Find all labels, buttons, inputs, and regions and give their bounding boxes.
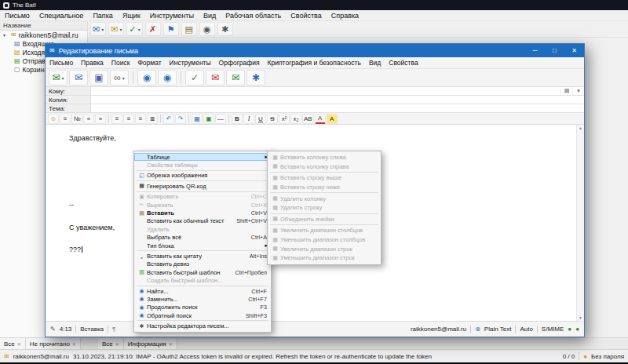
- bullet-list-button[interactable]: ≡: [60, 114, 71, 124]
- delete-button[interactable]: ✗: [145, 22, 161, 36]
- spell-check-button[interactable]: ✓: [185, 70, 204, 86]
- menu-item-paste-as-quote[interactable]: „ Вставить как цитату Alt+Ins: [134, 252, 271, 260]
- maximize-button[interactable]: □: [545, 44, 564, 57]
- menubar-item[interactable]: Вид: [365, 59, 385, 67]
- insert-rule-button[interactable]: —: [215, 114, 226, 124]
- menubar-item[interactable]: Ящик: [118, 12, 145, 20]
- find-next-button[interactable]: ◉: [158, 70, 177, 86]
- send-later-button[interactable]: ✉: [69, 70, 88, 86]
- subject-input[interactable]: [91, 104, 584, 112]
- signing-status-icon: ●: [575, 326, 579, 333]
- scroll-down-icon[interactable]: ▼: [579, 315, 582, 320]
- subscript-button[interactable]: x₂: [290, 114, 301, 124]
- save-button[interactable]: ▣: [89, 70, 108, 86]
- menu-item-crop-image[interactable]: ◱ Обрезка изображения: [134, 172, 271, 180]
- tab[interactable]: Не прочитано: [26, 338, 81, 349]
- menubar-item[interactable]: Письмо: [0, 12, 35, 20]
- outdent-button[interactable]: «: [83, 114, 94, 124]
- underline-button[interactable]: U: [255, 114, 266, 124]
- redo-button[interactable]: ↷: [175, 114, 186, 124]
- privacy-button[interactable]: ✱: [246, 70, 265, 86]
- scroll-up-icon[interactable]: ▲: [579, 126, 582, 130]
- menu-item-generate-qr[interactable]: ▦ Генерировать QR-код: [134, 182, 271, 190]
- cc-input[interactable]: [91, 96, 584, 104]
- create-message-button[interactable]: ✉: [90, 22, 106, 36]
- menubar-item[interactable]: Криптография и безопасность: [264, 59, 365, 67]
- menu-item-editor-settings[interactable]: ✱ Настройка редактора писем...: [134, 322, 271, 329]
- menubar-item[interactable]: Папка: [88, 12, 118, 20]
- tab-close-icon[interactable]: [169, 340, 173, 348]
- menubar-item[interactable]: Рабочая область: [221, 12, 286, 20]
- menubar-item[interactable]: Справка: [327, 12, 363, 20]
- tab[interactable]: Все: [98, 338, 124, 349]
- menu-item-paste-plain[interactable]: Вставить как обычный текст Shift+Ctrl+V: [134, 217, 271, 225]
- menubar-item[interactable]: Свойства: [286, 12, 327, 20]
- insert-image-button[interactable]: ▣: [203, 114, 214, 124]
- address-dropdown-icon[interactable]: ▾: [572, 87, 584, 95]
- charset[interactable]: Auto: [520, 326, 532, 333]
- tab[interactable]: Информация: [124, 338, 177, 349]
- menu-item-block-type[interactable]: Тип блока: [134, 242, 271, 249]
- close-button[interactable]: ✕: [564, 44, 584, 57]
- bold-button[interactable]: B: [232, 114, 243, 124]
- address-book-button[interactable]: ▤: [181, 22, 197, 36]
- flag-button[interactable]: ⚑: [163, 22, 179, 36]
- menubar-item[interactable]: Свойства: [385, 59, 422, 67]
- menubar-item[interactable]: Формат: [133, 59, 165, 67]
- menubar-item[interactable]: Инструменты: [166, 59, 215, 67]
- send-button[interactable]: ✉: [49, 70, 68, 86]
- font-button[interactable]: AB: [302, 114, 314, 124]
- menubar-item[interactable]: Правка: [77, 59, 108, 67]
- undo-button[interactable]: ↶: [163, 114, 174, 124]
- insert-table-button[interactable]: ▦: [192, 114, 203, 124]
- reply-button[interactable]: ✉: [108, 22, 124, 36]
- editor-scrollbar[interactable]: ▲ ▼: [576, 125, 584, 321]
- search-button[interactable]: ◉: [199, 22, 215, 36]
- expand-icon[interactable]: ▾: [3, 32, 9, 38]
- minimize-button[interactable]: ─: [525, 44, 545, 57]
- strike-button[interactable]: S: [267, 114, 278, 124]
- superscript-button[interactable]: x²: [279, 114, 290, 124]
- to-label: Кому:: [46, 87, 91, 95]
- menu-item-insert-motto[interactable]: Вставить девиз: [134, 260, 271, 268]
- tab[interactable]: Все: [0, 338, 26, 349]
- menu-item-insert-quick-template[interactable]: ▥ Вставить быстрый шаблон Ctrl+Пробел: [134, 268, 271, 276]
- check-mail-button[interactable]: ✓: [126, 22, 142, 36]
- address-book-icon[interactable]: ▤: [560, 87, 572, 95]
- menu-item-find-next[interactable]: ◉ Продолжить поиск F3: [134, 304, 271, 311]
- menu-item-find[interactable]: ◉ Найти... Ctrl+F: [134, 287, 271, 295]
- to-input[interactable]: [91, 87, 560, 95]
- find-button[interactable]: ◉: [137, 70, 156, 86]
- font-color-button[interactable]: A: [315, 114, 326, 124]
- tab-close-icon[interactable]: [115, 340, 119, 348]
- menu-item-paste[interactable]: ▤ Вставить Ctrl+V: [134, 209, 271, 217]
- align-center-button[interactable]: ≡: [123, 114, 134, 124]
- menu-item-find-prev[interactable]: ◉ Обратный поиск Shift+F3: [134, 311, 271, 319]
- menubar-item[interactable]: Поиск: [108, 59, 134, 67]
- menubar-item[interactable]: Инструменты: [145, 12, 199, 20]
- menubar-item[interactable]: Письмо: [46, 59, 77, 67]
- menu-item-select-all[interactable]: Выбрать всё Ctrl+A: [134, 234, 271, 242]
- highlight-button[interactable]: A: [327, 114, 338, 124]
- tab-close-icon[interactable]: [72, 340, 76, 348]
- align-left-button[interactable]: ≡: [111, 114, 122, 124]
- menu-item-replace[interactable]: ◉ Заменить... Ctrl+F7: [134, 295, 271, 303]
- smiley-button[interactable]: ☺: [48, 114, 59, 124]
- justify-button[interactable]: ≣: [147, 114, 158, 124]
- menu-item-table[interactable]: Таблице: [134, 153, 271, 161]
- menubar-item[interactable]: Вид: [199, 12, 221, 20]
- security-mode[interactable]: S/MIME: [542, 326, 564, 333]
- encrypt-button[interactable]: ✉: [206, 70, 225, 86]
- align-right-button[interactable]: ≡: [135, 114, 146, 124]
- message-format[interactable]: Plain Text: [484, 326, 512, 333]
- indent-button[interactable]: »: [95, 114, 106, 124]
- tab-close-icon[interactable]: [17, 340, 21, 348]
- numbered-list-button[interactable]: №: [71, 114, 82, 124]
- menubar-item[interactable]: Специальное: [35, 12, 89, 20]
- settings-button[interactable]: ✱: [217, 22, 233, 36]
- italic-button[interactable]: I: [243, 114, 254, 124]
- sign-button[interactable]: ✉: [226, 70, 245, 86]
- attach-button[interactable]: ∞: [110, 70, 129, 86]
- menubar-item[interactable]: Орфография: [215, 59, 264, 67]
- account-row[interactable]: ▾ ✉ raikkonen5@mail.ru: [0, 31, 87, 39]
